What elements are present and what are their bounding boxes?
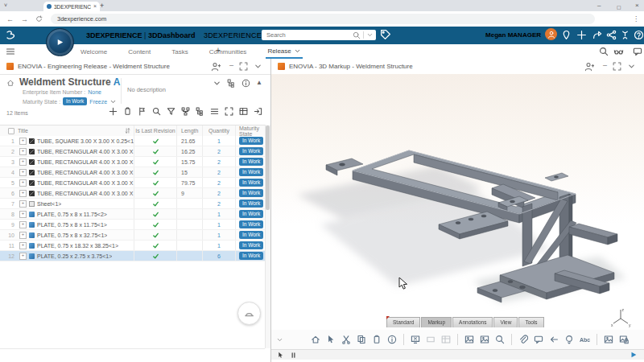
global-search[interactable] bbox=[262, 30, 376, 40]
home-icon[interactable] bbox=[6, 79, 14, 87]
expand-row-icon[interactable]: + bbox=[19, 253, 27, 260]
paste-icon[interactable] bbox=[123, 107, 132, 116]
maturity-chevron-icon[interactable] bbox=[109, 98, 117, 105]
viewer-tab-view[interactable]: View bbox=[493, 317, 518, 327]
table-row[interactable]: 6+TUBE, RECTANGULAR 4.00 X 3.00 X 0.25<1… bbox=[0, 188, 265, 199]
part-title[interactable]: PLATE, 0.75 x 18.32 x 38.25<1> bbox=[37, 243, 118, 249]
copy-icon[interactable] bbox=[355, 333, 368, 346]
help-icon[interactable] bbox=[634, 30, 644, 40]
weldment-3d-model[interactable] bbox=[284, 92, 630, 311]
pause-icon[interactable] bbox=[290, 352, 297, 359]
browser-tab[interactable]: 3DEXPERIENCE × bbox=[43, 2, 100, 11]
structure-icon[interactable] bbox=[181, 107, 190, 116]
part-title[interactable]: TUBE, RECTANGULAR 4.00 X 3.00 X 0.25<6> bbox=[37, 159, 134, 165]
tab-content[interactable]: Content bbox=[126, 44, 152, 59]
quantity-value[interactable]: 1 bbox=[202, 230, 235, 240]
3dswym-icon[interactable] bbox=[620, 30, 630, 40]
reload-button[interactable] bbox=[35, 15, 43, 23]
tag-icon[interactable] bbox=[380, 29, 391, 40]
grid-icon[interactable] bbox=[440, 333, 452, 346]
flag-icon[interactable] bbox=[138, 107, 147, 116]
zoom-region-icon[interactable] bbox=[493, 333, 506, 346]
tab-close-icon[interactable]: × bbox=[93, 4, 97, 9]
table-row[interactable]: 2+TUBE, RECTANGULAR 4.00 X 3.00 X 0.25<7… bbox=[0, 146, 265, 157]
quantity-value[interactable]: 1 bbox=[202, 220, 235, 229]
options-icon[interactable] bbox=[563, 333, 576, 346]
table-row[interactable]: 12+PLATE, 0.25 x 2.75 x 3.75<1>6In Work bbox=[0, 251, 265, 261]
paste-icon[interactable] bbox=[370, 333, 383, 346]
quantity-value[interactable]: 2 bbox=[202, 199, 235, 208]
viewer-tab-annotations[interactable]: Annotations bbox=[452, 317, 493, 327]
minimize-widget-icon[interactable]: – bbox=[603, 61, 607, 69]
quantity-value[interactable]: 1 bbox=[202, 136, 235, 146]
comment-icon[interactable] bbox=[532, 333, 545, 346]
collapse-header-icon[interactable]: ▲ bbox=[256, 79, 262, 86]
glasses-icon[interactable] bbox=[613, 47, 624, 56]
expand-row-icon[interactable]: + bbox=[19, 169, 27, 176]
viewer-tab-tools[interactable]: Tools bbox=[518, 317, 543, 327]
window-maximize-button[interactable]: ▢ bbox=[617, 3, 621, 11]
user-name[interactable]: Megan MANAGER bbox=[483, 31, 541, 39]
sort-icon[interactable] bbox=[124, 127, 131, 134]
find-icon[interactable] bbox=[152, 107, 161, 116]
quantity-value[interactable]: 1 bbox=[202, 209, 235, 219]
expand-row-icon[interactable]: + bbox=[19, 179, 27, 187]
share-widget-icon[interactable] bbox=[584, 62, 594, 72]
assistant-fab-button[interactable] bbox=[237, 302, 261, 325]
revision-label[interactable]: A bbox=[114, 76, 121, 88]
text-abc-icon[interactable]: Abc bbox=[578, 333, 592, 346]
3d-viewport[interactable] bbox=[271, 74, 644, 317]
tab-communities[interactable]: Communities bbox=[208, 44, 249, 59]
table-row[interactable]: 7+Sheet<1>2In Work bbox=[0, 199, 265, 209]
expand-row-icon[interactable]: + bbox=[19, 221, 27, 228]
table-row[interactable]: 9+PLATE, 0.75 x 8 x 11.75<1>1In Work bbox=[0, 220, 265, 230]
quantity-value[interactable]: 2 bbox=[202, 188, 235, 198]
image-render-icon[interactable] bbox=[478, 333, 491, 346]
widget-menu-chevron-icon[interactable] bbox=[254, 62, 262, 71]
select-icon[interactable] bbox=[324, 333, 337, 346]
rectangle-icon[interactable] bbox=[424, 333, 437, 346]
maximize-widget-icon[interactable] bbox=[613, 62, 621, 71]
forward-button[interactable]: → bbox=[21, 15, 28, 23]
part-title[interactable]: TUBE, SQUARE 3.00 X 3.00 X 0.25<1> bbox=[37, 138, 134, 144]
select-cursor-icon[interactable] bbox=[277, 352, 284, 359]
part-title[interactable]: TUBE, RECTANGULAR 4.00 X 3.00 X 0.25<4> bbox=[37, 180, 134, 186]
share-icon[interactable] bbox=[592, 30, 602, 40]
expand-row-icon[interactable]: + bbox=[19, 190, 27, 197]
expand-row-icon[interactable]: + bbox=[19, 232, 27, 239]
expand-row-icon[interactable]: + bbox=[19, 148, 27, 155]
tab-welcome[interactable]: Welcome bbox=[79, 44, 109, 59]
part-title[interactable]: TUBE, RECTANGULAR 4.00 X 3.00 X 0.25<5> bbox=[37, 170, 134, 175]
part-title[interactable]: PLATE, 0.75 x 8 x 11.75<2> bbox=[37, 212, 107, 217]
attach-icon[interactable] bbox=[517, 333, 530, 346]
table-row[interactable]: 8+PLATE, 0.75 x 8 x 11.75<2>1In Work bbox=[0, 209, 265, 220]
image-view-icon[interactable] bbox=[463, 333, 476, 346]
list-view-icon[interactable] bbox=[210, 107, 219, 116]
table-row[interactable]: 1+TUBE, SQUARE 3.00 X 3.00 X 0.25<1>21.6… bbox=[0, 136, 265, 146]
screen-clear-icon[interactable] bbox=[409, 333, 422, 346]
part-title[interactable]: TUBE, RECTANGULAR 4.00 X 3.00 X 0.25<10> bbox=[37, 191, 134, 196]
quantity-value[interactable]: 2 bbox=[202, 157, 235, 167]
quantity-value[interactable]: 1 bbox=[202, 241, 235, 250]
info-icon[interactable] bbox=[242, 79, 250, 88]
viewer-tab-standard[interactable]: Standard bbox=[386, 317, 420, 327]
export-icon[interactable] bbox=[254, 107, 262, 116]
item-number-value[interactable]: None bbox=[88, 89, 101, 95]
quantity-value[interactable]: 2 bbox=[202, 178, 235, 187]
image-icon[interactable] bbox=[602, 333, 615, 346]
share-widget-icon[interactable] bbox=[211, 62, 221, 72]
play-icon[interactable] bbox=[630, 351, 638, 359]
expand-row-icon[interactable]: + bbox=[19, 200, 27, 208]
expand-row-icon[interactable]: + bbox=[19, 242, 27, 249]
table-view-icon[interactable] bbox=[239, 107, 248, 116]
url-bar[interactable]: 3dexperience.com bbox=[51, 14, 595, 24]
notifications-pin-icon[interactable] bbox=[561, 30, 572, 40]
home-icon[interactable] bbox=[309, 333, 322, 346]
part-title[interactable]: PLATE, 0.75 x 8 x 11.75<1> bbox=[37, 222, 107, 228]
new-tab-button[interactable]: + bbox=[100, 2, 104, 10]
part-title[interactable]: Sheet<1> bbox=[37, 201, 61, 207]
expand-row-icon[interactable]: + bbox=[19, 138, 27, 145]
add-icon[interactable] bbox=[576, 30, 587, 40]
tab-chevron-icon[interactable] bbox=[294, 47, 301, 55]
expand-row-icon[interactable]: + bbox=[19, 158, 27, 166]
